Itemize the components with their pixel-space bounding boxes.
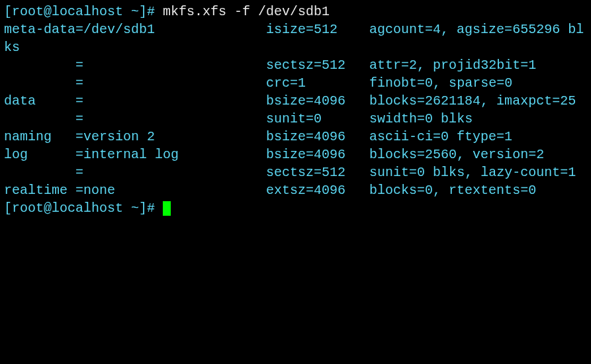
command-output: meta-data=/dev/sdb1 isize=512 agcount=4,… bbox=[4, 22, 584, 198]
prompt-user-host-2: root@localhost ~ bbox=[12, 201, 139, 216]
prompt-bracket-open: [ bbox=[4, 4, 12, 19]
prompt-bracket-close-2: ]# bbox=[139, 201, 163, 216]
prompt-bracket-open-2: [ bbox=[4, 201, 12, 216]
prompt-bracket-close: ]# bbox=[139, 4, 163, 19]
terminal-output[interactable]: [root@localhost ~]# mkfs.xfs -f /dev/sdb… bbox=[4, 3, 587, 217]
prompt-line-1: [root@localhost ~]# bbox=[4, 4, 163, 19]
command-text: mkfs.xfs -f /dev/sdb1 bbox=[163, 4, 330, 19]
prompt-user-host: root@localhost ~ bbox=[12, 4, 139, 19]
prompt-line-2: [root@localhost ~]# bbox=[4, 201, 163, 216]
cursor bbox=[163, 201, 171, 216]
